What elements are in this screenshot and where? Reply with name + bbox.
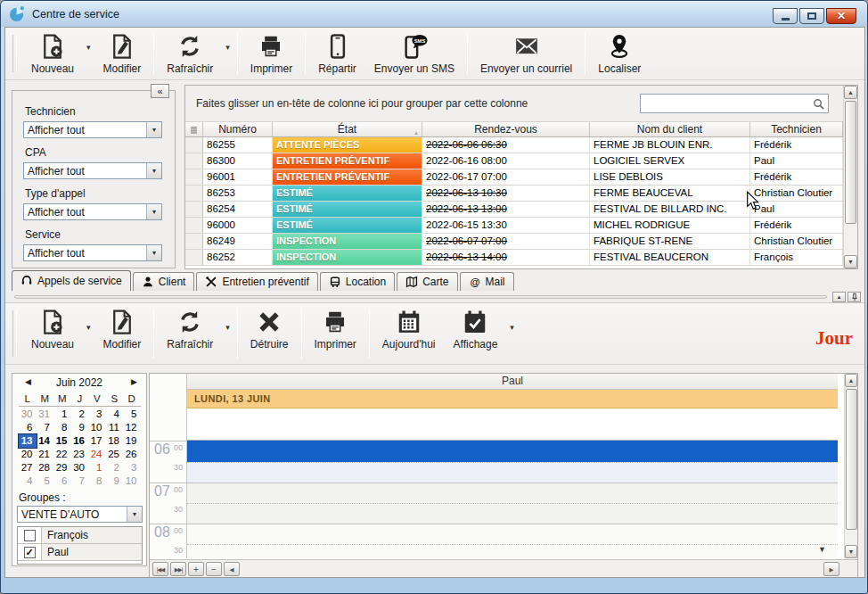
localiser-button[interactable]: Localiser: [589, 28, 650, 79]
scroll-more-icon[interactable]: ▼: [818, 545, 826, 554]
calendar-day[interactable]: 15: [53, 434, 71, 448]
aujourd-hui-button[interactable]: Aujourd'hui: [373, 303, 445, 364]
calendar-day[interactable]: 5: [37, 474, 54, 488]
calendar-day[interactable]: 26: [123, 448, 141, 461]
checkbox[interactable]: [24, 530, 36, 541]
calendar-day[interactable]: 28: [37, 461, 54, 474]
scrollbar-thumb[interactable]: [846, 389, 857, 530]
calendar-day[interactable]: 2: [71, 408, 89, 421]
calendar-day[interactable]: 4: [19, 474, 37, 488]
nav-first-icon[interactable]: |◀◀: [152, 562, 168, 576]
toolbar-grip[interactable]: [12, 310, 17, 357]
group-by-bar[interactable]: Faites glisser un en-tête de colonne ici…: [185, 86, 843, 121]
nav-minus-icon[interactable]: −: [206, 562, 222, 576]
pin-button[interactable]: [848, 292, 861, 302]
tab-carte[interactable]: Carte: [397, 272, 457, 291]
calendar-day[interactable]: 30: [71, 461, 89, 474]
calendar-day[interactable]: 21: [37, 448, 54, 461]
scroll-right-icon[interactable]: ▶: [823, 562, 839, 576]
calendar-day[interactable]: 4: [106, 408, 124, 421]
filter-combo-cpa[interactable]: Afficher tout▾: [23, 162, 162, 179]
dropdown-caret-icon[interactable]: ▾: [222, 323, 233, 332]
table-row[interactable]: 96000ESTIMÉ2022-06-15 13:30MICHEL RODRIG…: [185, 218, 843, 234]
calendar-day[interactable]: 29: [53, 461, 71, 474]
maximize-button[interactable]: [799, 8, 824, 24]
time-slot-06-30[interactable]: [187, 462, 838, 483]
time-slot-08-00[interactable]: [187, 524, 838, 544]
calendar-day[interactable]: 3: [88, 408, 106, 421]
chevron-down-icon[interactable]: ▾: [146, 245, 161, 260]
calendar-day[interactable]: 9: [106, 474, 124, 488]
envoyer-un-courriel-button[interactable]: Envoyer un courriel: [471, 28, 581, 79]
scrollbar-thumb[interactable]: [845, 101, 856, 224]
tab-client[interactable]: Client: [133, 272, 195, 291]
filter-combo-type-d-appel[interactable]: Afficher tout▾: [23, 203, 162, 220]
calendar-day[interactable]: 25: [106, 448, 124, 461]
calendar-day[interactable]: 8: [88, 474, 106, 488]
nav-last-icon[interactable]: ▶▶|: [170, 562, 186, 576]
filter-combo-service[interactable]: Afficher tout▾: [23, 244, 162, 261]
grid-vertical-scrollbar[interactable]: ▲ ▼: [843, 86, 857, 268]
repartir-button[interactable]: Répartir: [309, 28, 365, 79]
envoyer-un-sms-button[interactable]: SMSEnvoyer un SMS: [365, 28, 463, 79]
member-row-francois[interactable]: François: [18, 527, 142, 544]
calendar-day[interactable]: 10: [88, 421, 106, 434]
calendar-day[interactable]: 6: [19, 421, 37, 434]
scroll-down-icon[interactable]: ▼: [845, 545, 857, 558]
tab-mail[interactable]: @Mail: [460, 272, 514, 291]
calendar-day[interactable]: 8: [53, 421, 71, 434]
modifier-button[interactable]: Modifier: [94, 28, 151, 79]
chevron-down-icon[interactable]: ▾: [146, 122, 161, 137]
detruire-button[interactable]: Détruire: [242, 303, 298, 364]
calendar-day[interactable]: 19: [123, 434, 141, 448]
dropdown-caret-icon[interactable]: ▾: [506, 323, 518, 332]
checkbox-checked[interactable]: ✓: [24, 547, 36, 558]
column-header-nom-du-client[interactable]: Nom du client: [590, 121, 750, 137]
filter-combo-technicien[interactable]: Afficher tout▾: [23, 121, 162, 138]
time-slot-07-30[interactable]: [187, 503, 838, 524]
column-header-etat[interactable]: État▲: [273, 121, 422, 137]
rafraichir-button[interactable]: Rafraîchir: [158, 28, 222, 79]
groups-combo[interactable]: VENTE D'AUTO ▾: [17, 506, 143, 523]
calendar-day[interactable]: 30: [19, 408, 37, 421]
imprimer-button[interactable]: Imprimer: [242, 28, 301, 79]
calendar-day[interactable]: 1: [88, 461, 106, 474]
minimize-button[interactable]: [773, 8, 798, 24]
titlebar[interactable]: Centre de service ✕: [1, 1, 867, 27]
calendar-day[interactable]: 9: [71, 421, 89, 434]
tab-location[interactable]: Location: [320, 272, 395, 291]
table-row[interactable]: 96001ENTRETIEN PRÉVENTIF2022-06-17 07:00…: [185, 169, 843, 186]
calendar-day[interactable]: 16: [71, 434, 89, 448]
toolbar-grip[interactable]: [12, 35, 17, 72]
search-icon[interactable]: [812, 97, 825, 111]
scheduler-vertical-scrollbar[interactable]: ▲ ▼: [844, 374, 857, 558]
time-slot-08-30[interactable]: [187, 544, 838, 559]
calendar-day[interactable]: 5: [123, 408, 141, 421]
dropdown-caret-icon[interactable]: ▾: [222, 43, 233, 52]
scroll-up-icon[interactable]: ▲: [844, 86, 857, 99]
search-input[interactable]: [641, 95, 812, 112]
calendar-day[interactable]: 31: [37, 408, 54, 421]
chevron-down-icon[interactable]: ▾: [146, 204, 161, 219]
calendar-day[interactable]: 10: [123, 474, 141, 488]
row-indicator-header[interactable]: [185, 121, 203, 137]
dropdown-caret-icon[interactable]: ▾: [83, 43, 94, 52]
nouveau-button[interactable]: Nouveau: [22, 28, 83, 79]
close-button[interactable]: ✕: [826, 8, 856, 24]
calendar-day[interactable]: 23: [71, 448, 89, 461]
calendar-day[interactable]: 12: [123, 421, 141, 434]
scroll-down-icon[interactable]: ▼: [844, 255, 857, 268]
column-header-numero[interactable]: Numéro: [203, 121, 273, 137]
modifier-button[interactable]: Modifier: [94, 303, 151, 364]
time-slot-07-00[interactable]: [187, 483, 838, 503]
calendar-day[interactable]: 18: [106, 434, 124, 448]
table-row[interactable]: 86300ENTRETIEN PRÉVENTIF2022-06-16 08:00…: [185, 153, 843, 169]
chevron-down-icon[interactable]: ▾: [127, 507, 142, 522]
splitter-groove[interactable]: [14, 295, 827, 299]
rafraichir-button[interactable]: Rafraîchir: [158, 303, 222, 364]
calendar-day[interactable]: 17: [88, 434, 106, 448]
calendar-day[interactable]: 3: [123, 461, 141, 474]
nav-plus-icon[interactable]: +: [188, 562, 204, 576]
splitter[interactable]: ▲: [5, 292, 864, 302]
calendar-day[interactable]: 7: [71, 474, 89, 488]
